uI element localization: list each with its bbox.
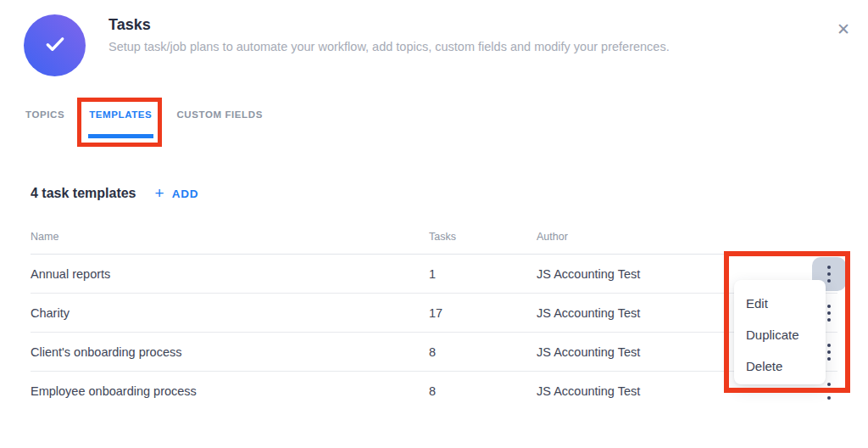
close-icon[interactable]: ✕ — [832, 19, 854, 41]
template-count-label: 4 task templates — [31, 186, 136, 201]
template-task-count: 1 — [429, 267, 537, 281]
template-task-count: 17 — [429, 306, 537, 320]
menu-item-edit[interactable]: Edit — [734, 288, 826, 319]
page-title: Tasks — [108, 16, 151, 34]
table-header-row: Name Tasks Author — [31, 219, 837, 255]
table-row: Annual reports 1 JS Accounting Test — [31, 255, 837, 294]
template-task-count: 8 — [429, 384, 537, 398]
page-description: Setup task/job plans to automate your wo… — [108, 38, 707, 55]
tab-topics[interactable]: TOPICS — [25, 109, 64, 138]
menu-item-delete[interactable]: Delete — [734, 350, 826, 382]
add-template-button[interactable]: + ADD — [155, 186, 199, 201]
add-button-label: ADD — [172, 188, 199, 200]
table-row: Employee onboarding process 8 JS Account… — [31, 372, 837, 411]
column-header-author: Author — [537, 231, 837, 243]
template-author: JS Accounting Test — [537, 384, 837, 398]
column-header-tasks: Tasks — [429, 231, 537, 243]
template-name: Charity — [31, 306, 429, 320]
plus-icon: + — [155, 186, 164, 201]
tab-bar: TOPICS TEMPLATES CUSTOM FIELDS — [25, 109, 263, 138]
templates-toolbar: 4 task templates + ADD — [31, 186, 198, 201]
row-context-menu: Edit Duplicate Delete — [734, 280, 826, 384]
tab-custom-fields[interactable]: CUSTOM FIELDS — [176, 109, 263, 138]
tasks-settings-modal: Tasks Setup task/job plans to automate y… — [0, 0, 868, 448]
template-task-count: 8 — [429, 345, 537, 359]
check-icon — [42, 31, 69, 61]
template-name: Employee onboarding process — [31, 384, 429, 398]
table-row: Client's onboarding process 8 JS Account… — [31, 333, 837, 372]
templates-table: Name Tasks Author Annual reports 1 JS Ac… — [31, 219, 837, 411]
template-name: Client's onboarding process — [31, 345, 429, 359]
column-header-name: Name — [31, 231, 429, 243]
menu-item-duplicate[interactable]: Duplicate — [734, 319, 826, 350]
tab-templates[interactable]: TEMPLATES — [89, 109, 152, 138]
tasks-avatar — [24, 14, 86, 76]
template-author: JS Accounting Test — [537, 267, 837, 281]
table-row: Charity 17 JS Accounting Test — [31, 294, 837, 333]
template-name: Annual reports — [31, 267, 429, 281]
